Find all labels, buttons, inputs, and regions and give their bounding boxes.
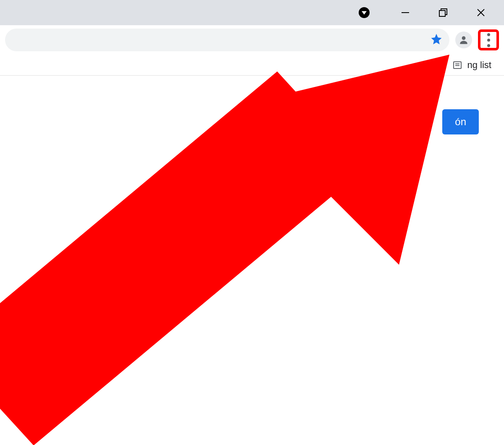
- minimize-button[interactable]: [386, 0, 424, 25]
- google-top-nav: Gmail Imágen ón: [357, 109, 479, 134]
- omnibox[interactable]: [5, 29, 449, 51]
- close-icon: [476, 8, 486, 17]
- profile-button[interactable]: [455, 32, 472, 48]
- close-button[interactable]: [462, 0, 500, 25]
- account-dropdown-icon[interactable]: [359, 7, 370, 18]
- maximize-icon: [438, 8, 448, 17]
- svg-rect-1: [402, 12, 409, 13]
- svg-marker-0: [362, 11, 367, 14]
- minimize-icon: [401, 8, 410, 17]
- customize-menu-button[interactable]: [478, 29, 499, 50]
- reading-list-label: ng list: [467, 60, 491, 71]
- maximize-button[interactable]: [424, 0, 462, 25]
- reading-list-icon: [452, 60, 462, 70]
- reading-list-button[interactable]: ng list: [452, 60, 491, 71]
- bookmarks-divider: [442, 59, 442, 71]
- window-titlebar: [0, 0, 504, 25]
- more-vert-icon: [487, 33, 490, 47]
- svg-marker-11: [0, 71, 365, 445]
- svg-rect-3: [439, 11, 445, 16]
- images-link[interactable]: Imágen: [396, 116, 430, 128]
- signin-button-label: ón: [455, 116, 466, 127]
- person-icon: [458, 34, 469, 45]
- svg-point-6: [462, 36, 466, 40]
- gmail-link[interactable]: Gmail: [357, 116, 384, 128]
- browser-toolbar: [0, 25, 504, 55]
- bookmark-star-icon[interactable]: [430, 33, 443, 47]
- bookmarks-bar: ng list: [0, 55, 504, 76]
- signin-button[interactable]: ón: [442, 109, 479, 134]
- page-content: Gmail Imágen ón: [0, 76, 504, 109]
